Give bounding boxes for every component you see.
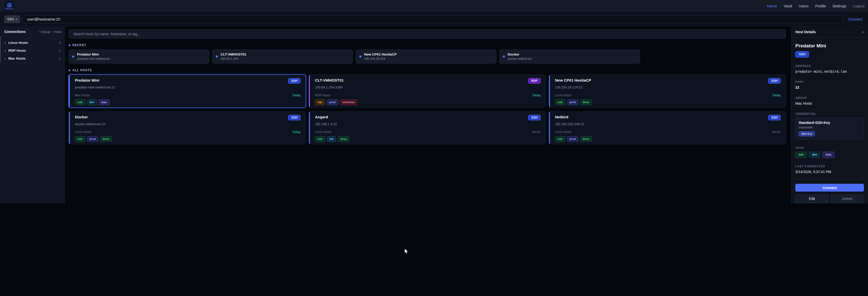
credential-type-badge: SSH Key <box>799 131 815 136</box>
close-icon[interactable]: × <box>862 30 864 34</box>
credential-card[interactable]: Standard-SSH-Key vstockwell SSH Key <box>795 118 864 139</box>
detail-host-name: Predator Mini <box>795 43 864 49</box>
host-tags: rdp prod windows <box>315 99 540 105</box>
host-name: Netbird <box>555 115 568 119</box>
recent-host-name: Predator Mini <box>77 53 110 56</box>
host-group: Linux Hosts <box>555 93 571 97</box>
host-card-header: Docker SSH <box>75 115 301 120</box>
group-label: RDP Hosts <box>8 49 26 53</box>
host-meta-row: Linux Hosts Never <box>555 130 781 134</box>
connection-string-input[interactable] <box>22 15 843 23</box>
sidebar-title: Connections <box>4 30 26 34</box>
recent-card-text: CLT-VMHOST01 100.64.1.204 <box>221 53 246 61</box>
connections-sidebar: Connections + Group + Host ▸ Linux Hosts… <box>0 27 65 203</box>
recent-host-address: 100.64.1.204 <box>221 57 246 61</box>
sidebar-item-mac-hosts[interactable]: ▸ Mac Hosts 1 <box>4 55 61 62</box>
tag: ssh <box>75 136 85 142</box>
panel-divider <box>795 179 864 179</box>
app-root: { "theme": { "accent": "#4c6ef5", "rdp_a… <box>0 0 868 296</box>
host-address: 192.154.253.106:22 <box>555 122 781 126</box>
group-list: ▸ Linux Hosts 4 ▸ RDP Hosts 1 ▸ Mac Host… <box>4 39 61 62</box>
recent-card-predator-mini[interactable]: Predator Mini predator-mini.netbird.lan <box>69 50 209 64</box>
host-card-header: Asgard SSH <box>315 115 540 120</box>
credential-username: vstockwell <box>799 126 861 129</box>
host-address: predator-mini.netbird.lan:22 <box>75 85 301 89</box>
last-connected-label: LAST CONNECTED <box>795 165 864 168</box>
port-label: PORT <box>795 80 864 83</box>
tag: mac <box>823 152 835 158</box>
protocol-badge: SSH <box>768 78 781 84</box>
recent-card-clt-vmhost01[interactable]: CLT-VMHOST01 100.64.1.204 <box>212 50 353 64</box>
quick-connect-button[interactable]: Connect <box>848 17 862 21</box>
protocol-badge: SSH <box>795 51 809 58</box>
tag: mac <box>99 99 110 105</box>
host-card-clt-vmhost01[interactable]: CLT-VMHOST01 RDP 100.64.1.204:3389 RDP H… <box>309 75 546 108</box>
recent-card-text: New CP01 HestiaCP 155.254.29.219 <box>364 53 397 61</box>
nav-link-settings[interactable]: Settings <box>833 4 846 8</box>
host-card-new-cp01-hestiacp[interactable]: New CP01 HestiaCP SSH 155.254.29.219:22 … <box>549 75 786 108</box>
host-card-header: Predator Mini SSH <box>75 78 301 84</box>
tag: ssh <box>795 152 807 158</box>
app-logo[interactable]: WRAITH <box>4 1 14 11</box>
add-group-button[interactable]: + Group <box>39 30 50 34</box>
delete-button[interactable]: Delete <box>831 195 864 203</box>
host-card-predator-mini[interactable]: Predator Mini SSH predator-mini.netbird.… <box>69 75 306 108</box>
address-label: ADDRESS <box>795 64 864 67</box>
host-name: Asgard <box>315 115 328 119</box>
host-meta-row: Mac Hosts Today <box>75 93 301 97</box>
search-input[interactable] <box>69 29 786 38</box>
primary-nav: Home Vault Users Profile Settings Logout <box>767 4 864 8</box>
host-card-asgard[interactable]: Asgard SSH 192.168.1.4:22 Linux Hosts Ne… <box>309 111 546 144</box>
group-label: Mac Hosts <box>8 57 26 60</box>
sidebar-item-linux-hosts[interactable]: ▸ Linux Hosts 4 <box>4 39 61 47</box>
recent-host-name: Docker <box>508 53 532 56</box>
last-connected-value: 3/14/2026, 5:37:41 PM <box>795 170 864 174</box>
recent-card-new-cp01-hestiacp[interactable]: New CP01 HestiaCP 155.254.29.219 <box>356 50 497 64</box>
caret-right-icon[interactable]: ▸ <box>5 49 6 52</box>
caret-right-icon[interactable]: ▸ <box>5 57 6 60</box>
host-name: Predator Mini <box>75 78 99 82</box>
group-count: 1 <box>59 57 61 60</box>
edit-button[interactable]: Edit <box>795 195 829 203</box>
tag: prod <box>567 136 579 142</box>
caret-right-icon[interactable]: ▸ <box>5 41 6 44</box>
sidebar-item-rdp-hosts[interactable]: ▸ RDP Hosts 1 <box>4 47 61 55</box>
recent-host-address: predator-mini.netbird.lan <box>77 57 110 61</box>
group-left: ▸ Mac Hosts <box>5 57 26 60</box>
hosts-main: RECENT Predator Mini predator-mini.netbi… <box>65 27 791 203</box>
nav-link-home[interactable]: Home <box>767 4 777 8</box>
protocol-badge: SSH <box>288 78 301 84</box>
online-dot-icon <box>216 56 218 58</box>
nav-link-profile[interactable]: Profile <box>815 4 826 8</box>
group-count: 1 <box>59 49 61 53</box>
host-card-netbird[interactable]: Netbird SSH 192.154.253.106:22 Linux Hos… <box>549 111 786 144</box>
host-card-header: CLT-VMHOST01 RDP <box>315 78 540 84</box>
nav-link-vault[interactable]: Vault <box>784 4 792 8</box>
group-left: ▸ Linux Hosts <box>5 41 28 45</box>
nav-link-logout[interactable]: Logout <box>853 4 864 8</box>
tag: lab <box>327 136 336 142</box>
host-group: Linux Hosts <box>75 130 91 134</box>
recent-hosts-row: Predator Mini predator-mini.netbird.lan … <box>69 50 786 64</box>
top-bar: WRAITH Home Vault Users Profile Settings… <box>0 0 868 12</box>
sidebar-scrollbar[interactable] <box>0 36 1 62</box>
host-card-docker[interactable]: Docker SSH docker.netbird.lan:22 Linux H… <box>69 111 306 144</box>
add-host-button[interactable]: + Host <box>52 30 61 34</box>
host-address: 155.254.29.219:22 <box>555 85 781 89</box>
protocol-select[interactable]: SSH ▾ <box>4 16 20 23</box>
recent-host-address: docker.netbird.lan <box>508 57 532 61</box>
recent-card-docker[interactable]: Docker docker.netbird.lan <box>499 50 640 64</box>
online-dot-icon <box>503 56 505 58</box>
connect-button[interactable]: Connect <box>795 184 864 191</box>
group-count: 4 <box>59 41 61 45</box>
nav-link-users[interactable]: Users <box>799 4 808 8</box>
host-card-header: Netbird SSH <box>555 115 781 120</box>
tag: prod <box>87 136 98 142</box>
group-left: ▸ RDP Hosts <box>5 49 26 53</box>
sidebar-header: Connections + Group + Host <box>4 30 61 34</box>
tag: ssh <box>75 99 85 105</box>
online-dot-icon <box>359 56 361 58</box>
address-value: predator-mini.netbird.lan <box>795 69 864 73</box>
protocol-badge: RDP <box>528 78 540 84</box>
panel-title: Host Details <box>795 30 816 34</box>
